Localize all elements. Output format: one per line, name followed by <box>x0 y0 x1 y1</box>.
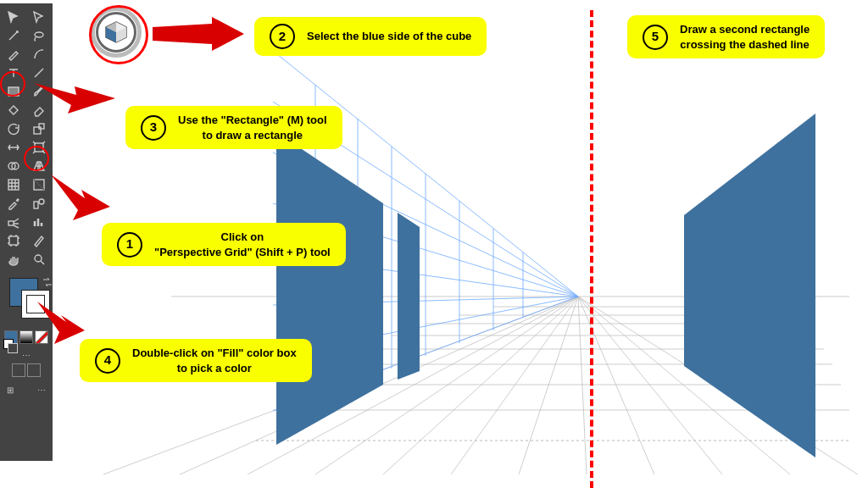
blend-tool[interactable] <box>29 195 49 212</box>
scale-tool[interactable] <box>29 120 49 137</box>
pen-tool[interactable] <box>3 46 24 63</box>
color-mode-none[interactable] <box>35 330 48 344</box>
svg-marker-55 <box>116 27 126 42</box>
callout-step-1: 1 Click on "Perspective Grid" (Shift + P… <box>102 223 346 266</box>
svg-line-22 <box>578 297 587 474</box>
paintbrush-tool[interactable] <box>29 83 49 100</box>
step-text: Select the blue side of the cube <box>307 29 471 44</box>
type-tool[interactable] <box>3 64 24 81</box>
gradient-tool[interactable] <box>29 176 49 193</box>
plane-switching-widget[interactable] <box>91 7 142 58</box>
perspective-grid-tool[interactable] <box>29 158 49 175</box>
column-graph-tool[interactable] <box>29 214 49 230</box>
hand-tool[interactable] <box>3 251 24 268</box>
eyedropper-tool[interactable] <box>3 195 24 212</box>
swap-fill-stroke-icon[interactable] <box>42 276 53 288</box>
screen-mode-normal[interactable] <box>12 363 25 377</box>
svg-rect-9 <box>34 202 38 208</box>
step-text: Use the "Rectangle" (M) tool to draw a r… <box>178 113 327 142</box>
rotate-tool[interactable] <box>3 120 24 137</box>
svg-rect-3 <box>39 124 44 129</box>
shape-builder-tool[interactable] <box>3 158 24 175</box>
svg-marker-54 <box>116 22 126 32</box>
svg-marker-51 <box>106 22 126 42</box>
mesh-tool[interactable] <box>3 176 24 193</box>
step-text: Draw a second rectangle crossing the das… <box>680 22 810 52</box>
left-wall-shape[interactable] <box>276 132 383 445</box>
lasso-tool[interactable] <box>29 27 49 44</box>
step-text: Double-click on "Fill" color box to pick… <box>132 346 297 375</box>
artboard-tool[interactable] <box>3 232 24 249</box>
cube-icon <box>103 19 130 46</box>
curvature-tool[interactable] <box>29 46 49 63</box>
right-wall-shape[interactable] <box>684 114 815 458</box>
step-number: 4 <box>95 348 120 374</box>
svg-rect-7 <box>8 180 19 190</box>
width-tool[interactable] <box>3 139 24 156</box>
rectangle-tool[interactable] <box>3 83 24 100</box>
svg-rect-4 <box>35 143 43 152</box>
left-wall-shape-2[interactable] <box>398 213 420 380</box>
default-fill-stroke-icon[interactable] <box>3 339 14 349</box>
callout-step-3: 3 Use the "Rectangle" (M) tool to draw a… <box>125 106 342 149</box>
svg-rect-12 <box>9 236 18 245</box>
callout-step-4: 4 Double-click on "Fill" color box to pi… <box>80 339 312 382</box>
edit-toolbar[interactable]: ⊞ <box>7 385 14 395</box>
color-mode-gradient[interactable] <box>19 330 33 344</box>
slice-tool[interactable] <box>29 232 49 249</box>
step-text: Click on "Perspective Grid" (Shift + P) … <box>154 230 331 259</box>
step-number: 5 <box>643 25 668 50</box>
shaper-tool[interactable] <box>3 102 24 119</box>
svg-point-13 <box>35 255 42 262</box>
magic-wand-tool[interactable] <box>3 27 24 44</box>
step-number: 3 <box>141 115 166 141</box>
line-tool[interactable] <box>29 64 49 81</box>
red-dashed-line <box>590 10 593 488</box>
svg-line-20 <box>451 297 578 474</box>
eraser-tool[interactable] <box>29 102 49 119</box>
svg-marker-52 <box>106 22 116 32</box>
callout-step-2: 2 Select the blue side of the cube <box>254 17 487 56</box>
fill-stroke-swatch[interactable] <box>9 278 43 312</box>
step-number: 1 <box>117 232 142 258</box>
edit-toolbar-more[interactable]: ⋯ <box>37 385 46 395</box>
svg-rect-2 <box>34 127 41 134</box>
callout-step-5: 5 Draw a second rectangle crossing the d… <box>627 15 825 58</box>
free-transform-tool[interactable] <box>29 139 49 156</box>
step-number: 2 <box>270 24 295 49</box>
stroke-color-box[interactable] <box>21 290 50 319</box>
direct-selection-tool[interactable] <box>29 8 49 25</box>
svg-point-10 <box>39 199 44 204</box>
screen-mode-full[interactable] <box>27 363 41 377</box>
left-toolbox: ⋯ ⊞ ⋯ <box>0 3 53 461</box>
selection-tool[interactable] <box>3 8 24 25</box>
svg-marker-53 <box>106 27 116 42</box>
svg-point-0 <box>35 32 43 37</box>
svg-rect-11 <box>8 221 14 225</box>
svg-rect-1 <box>8 87 19 96</box>
symbol-sprayer-tool[interactable] <box>3 214 24 230</box>
zoom-tool[interactable] <box>29 251 49 268</box>
